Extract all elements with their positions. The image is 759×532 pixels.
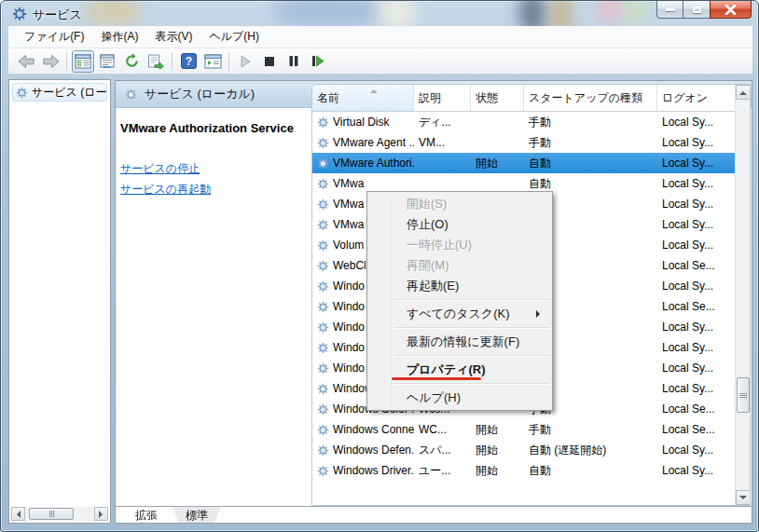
menubar-item[interactable]: ファイル(F) xyxy=(16,26,92,48)
pause-service-button[interactable] xyxy=(283,50,305,73)
service-name-cell: Virtual Disk xyxy=(312,112,414,132)
context-menu-item[interactable]: ヘルプ(H) xyxy=(367,388,552,408)
view-tab-active[interactable]: 拡張 xyxy=(122,507,171,523)
column-header[interactable]: 名前 xyxy=(312,85,414,111)
service-description-cell: VM... xyxy=(414,132,471,153)
service-gear-icon xyxy=(317,383,329,395)
service-action-link[interactable]: サービスの停止 xyxy=(120,161,306,177)
context-menu-item-label: すべてのタスク(K) xyxy=(407,306,509,322)
show-description-pane-button[interactable] xyxy=(201,50,224,73)
service-row[interactable]: Windows Defen...スパ...開始自動 (遅延開始)Local Sy… xyxy=(312,440,750,460)
close-button[interactable] xyxy=(710,1,752,19)
service-row[interactable]: VMware Agent ...VM...手動Local Sy... xyxy=(312,132,750,153)
tree-horizontal-scrollbar[interactable] xyxy=(11,507,108,521)
context-menu-item[interactable]: 最新の情報に更新(F) xyxy=(367,332,552,352)
view-tabs: 拡張標準 xyxy=(116,506,752,523)
tree-item-services-local[interactable]: サービス (ロー xyxy=(12,83,107,102)
service-action-link[interactable]: サービスの再起動 xyxy=(120,182,306,198)
menu-separator xyxy=(393,383,550,384)
service-name: VMwa xyxy=(333,198,364,211)
service-gear-icon xyxy=(317,260,329,272)
service-name-cell: Windows Driver... xyxy=(312,460,414,481)
sort-ascending-icon xyxy=(370,89,378,93)
service-gear-icon xyxy=(317,424,329,436)
context-menu-item: 開始(S) xyxy=(367,194,552,214)
back-button[interactable] xyxy=(15,50,37,73)
title-bar[interactable]: サービス xyxy=(1,1,758,27)
scroll-left-button[interactable] xyxy=(11,507,25,521)
stop-icon xyxy=(264,56,275,67)
column-header[interactable]: 状態 xyxy=(471,85,524,111)
service-startup-type-cell: 自動 (遅延開始) xyxy=(524,440,657,460)
scroll-down-button[interactable] xyxy=(736,490,751,505)
context-menu-item-label: 開始(S) xyxy=(407,196,447,212)
service-status-cell: 開始 xyxy=(471,419,524,440)
service-name: Windows Defen... xyxy=(333,443,414,457)
service-gear-icon xyxy=(317,362,329,375)
scrollbar-thumb[interactable] xyxy=(737,377,750,413)
scroll-up-button[interactable] xyxy=(736,85,751,100)
export-list-icon xyxy=(147,54,164,69)
submenu-arrow-icon xyxy=(536,310,544,318)
list-vertical-scrollbar[interactable] xyxy=(735,85,750,505)
service-description-cell: ユー... xyxy=(414,460,471,481)
start-icon xyxy=(240,55,252,68)
context-menu-item[interactable]: すべてのタスク(K) xyxy=(367,304,552,324)
show-console-tree-button[interactable] xyxy=(72,50,94,73)
view-tab-inactive[interactable]: 標準 xyxy=(172,507,221,523)
help-button[interactable]: ? xyxy=(177,50,200,73)
context-menu-item[interactable]: プロパティ(R) xyxy=(367,360,552,380)
service-name: Windows Conne... xyxy=(333,423,414,436)
service-row[interactable]: Windows Conne...WC...開始手動Local Se... xyxy=(312,419,750,440)
back-icon xyxy=(18,54,35,69)
svg-text:?: ? xyxy=(185,55,191,68)
red-underline-annotation xyxy=(392,377,481,380)
context-menu-item[interactable]: 再起動(E) xyxy=(367,276,552,296)
context-menu-item-label: 一時停止(U) xyxy=(407,237,472,253)
service-status-cell xyxy=(471,132,524,153)
service-name: VMware Authori... xyxy=(333,157,414,170)
menubar-item[interactable]: 操作(A) xyxy=(92,26,146,48)
menubar-item[interactable]: 表示(V) xyxy=(146,26,200,48)
service-row[interactable]: VMware Authori...開始自動Local Sy... xyxy=(312,153,750,173)
context-menu-item: 再開(M) xyxy=(367,255,552,276)
service-name-cell: Windows Defen... xyxy=(312,440,414,460)
scrollbar-thumb[interactable] xyxy=(29,508,74,520)
service-gear-icon xyxy=(317,157,329,170)
service-gear-icon xyxy=(317,403,329,416)
close-icon xyxy=(724,5,737,15)
stop-service-button[interactable] xyxy=(258,50,281,73)
export-list-button[interactable] xyxy=(145,50,167,73)
menubar-item[interactable]: ヘルプ(H) xyxy=(200,26,268,48)
restart-service-button[interactable] xyxy=(307,50,329,73)
service-startup-type-cell: 自動 xyxy=(524,460,657,481)
service-row[interactable]: Windows Driver...ユー...開始自動Local Sy... xyxy=(312,460,750,481)
service-description-cell: ディ... xyxy=(414,112,471,132)
service-name: VMwa xyxy=(333,218,364,231)
service-action-links: サービスの停止サービスの再起動 xyxy=(120,161,306,198)
down-arrow-icon xyxy=(739,496,747,503)
pause-icon xyxy=(288,55,299,67)
minimize-button[interactable] xyxy=(656,1,683,19)
service-status-cell: 開始 xyxy=(471,460,524,481)
service-gear-icon xyxy=(317,342,329,354)
service-row[interactable]: Virtual Diskディ...手動Local Sy... xyxy=(312,112,750,132)
forward-button[interactable] xyxy=(39,50,62,73)
column-header-label: 状態 xyxy=(476,90,498,106)
service-gear-icon xyxy=(317,444,329,457)
column-header[interactable]: 説明 xyxy=(414,85,471,111)
properties-icon xyxy=(99,54,116,69)
service-name: Windo xyxy=(333,361,365,375)
refresh-button[interactable] xyxy=(120,50,143,73)
context-menu-item[interactable]: 停止(O) xyxy=(367,214,552,235)
service-description-cell: WC... xyxy=(414,419,471,440)
maximize-button[interactable] xyxy=(683,1,710,19)
description-pane-icon xyxy=(204,54,222,69)
properties-button[interactable] xyxy=(96,50,118,73)
scroll-right-button[interactable] xyxy=(94,507,108,521)
start-service-button[interactable] xyxy=(234,50,256,73)
service-startup-type-cell: 手動 xyxy=(524,419,657,440)
column-header-label: 説明 xyxy=(419,90,441,106)
banner-title: サービス (ローカル) xyxy=(145,86,255,102)
column-header[interactable]: スタートアップの種類 xyxy=(524,85,657,111)
